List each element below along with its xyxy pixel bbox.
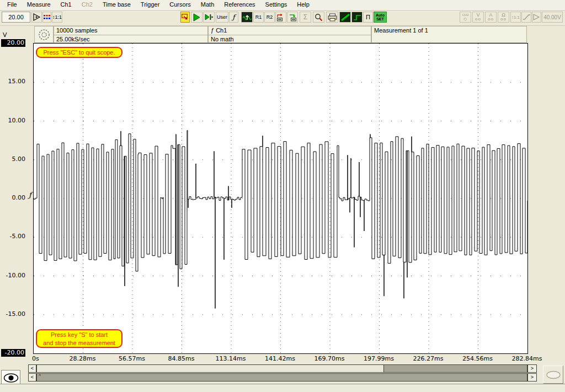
ammeter-icon: Aoo xyxy=(488,13,494,21)
y-axis-tick: 10.00 xyxy=(1,117,25,125)
reference1-button[interactable]: R1 xyxy=(253,12,264,23)
menu-cursors[interactable]: Cursors xyxy=(164,0,196,9)
amplifier-gain-button[interactable] xyxy=(31,12,42,23)
menu-trigger[interactable]: Trigger xyxy=(136,0,164,9)
x-axis-tick: 141.42ms xyxy=(265,355,295,362)
amplifier-disabled-button xyxy=(532,12,541,23)
ratio-disabled-button: ↕1:1 xyxy=(510,12,521,23)
red-blue-dashes-icon xyxy=(44,14,50,20)
ohmmeter-button: Ωoo xyxy=(498,12,509,23)
menu-help[interactable]: Help xyxy=(292,0,315,9)
toolbar: 20.00 ↕1:1 xyxy=(0,10,565,26)
x-axis-tick: 254.56ms xyxy=(462,355,493,362)
channel-colors-button[interactable] xyxy=(42,12,51,23)
single-run-button[interactable] xyxy=(203,12,215,23)
pulse-width-button[interactable]: Π xyxy=(363,12,373,23)
math-mode: No math xyxy=(209,35,371,44)
step-response-button[interactable] xyxy=(351,12,363,23)
store-reference-button[interactable] xyxy=(275,12,286,23)
indicator-button[interactable] xyxy=(543,366,563,384)
trigger-info-panel: ƒ Ch1 No math xyxy=(208,26,371,43)
y-axis-tick: -5.00 xyxy=(1,233,25,240)
autoscale-waveform-button[interactable] xyxy=(241,12,253,23)
y-axis-unit: V xyxy=(3,31,7,39)
x-axis-tick: 28.28ms xyxy=(70,355,96,362)
voltmeter-button: Voo xyxy=(472,12,484,23)
slope-disabled-button xyxy=(521,12,531,23)
ohmmeter-icon: Ωoo xyxy=(500,13,507,21)
voltmeter-icon: Voo xyxy=(475,13,481,21)
menu-measure[interactable]: Measure xyxy=(22,0,56,9)
target-circles-icon xyxy=(38,28,51,41)
ch2-meter-icon: CH2◇ xyxy=(462,13,468,21)
recall-reference-button[interactable] xyxy=(287,12,298,23)
reference2-button[interactable]: R2 xyxy=(264,12,275,23)
hints-toggle-button[interactable] xyxy=(180,12,190,23)
green-step-icon xyxy=(353,14,361,21)
sum-math-button: Σ xyxy=(300,12,311,23)
zoom-button[interactable] xyxy=(313,12,324,23)
function-button[interactable]: ƒ xyxy=(229,12,238,23)
measurement-info-panel: Measurement 1 of 1 xyxy=(371,26,527,43)
slope-icon xyxy=(523,14,530,20)
ch2-meter-button: CH2◇ xyxy=(460,12,471,23)
amplifier-icon xyxy=(33,13,41,21)
waveform-arrow-icon xyxy=(243,13,252,22)
menu-references[interactable]: References xyxy=(219,0,260,9)
position-slider-track[interactable]: ^ xyxy=(36,373,527,382)
position-marker[interactable]: ^ xyxy=(39,373,41,379)
horizontal-scrollbar[interactable] xyxy=(36,364,527,373)
trigger-channel: ƒ Ch1 xyxy=(209,26,371,35)
scale-one-to-one-button[interactable]: ↕1:1 xyxy=(52,12,62,23)
measurement-counter: Measurement 1 of 1 xyxy=(372,26,526,34)
samples-count: 10000 samples xyxy=(54,26,207,35)
x-axis-tick: 56.57ms xyxy=(119,355,145,362)
single-run-icon xyxy=(205,13,214,21)
trigger-level-marker[interactable]: ƒ xyxy=(29,191,31,199)
menu-math[interactable]: Math xyxy=(196,0,219,9)
menu-file[interactable]: File xyxy=(2,0,22,9)
x-axis-tick: 0s xyxy=(32,355,39,362)
x-axis-tick: 226.27ms xyxy=(413,355,444,362)
y-axis-tick: 20.00 xyxy=(1,39,25,47)
menu-ch2: Ch2 xyxy=(77,0,98,9)
menu-settings[interactable]: Settings xyxy=(260,0,292,9)
x-axis-tick: 84.85ms xyxy=(168,355,195,362)
scroll-right-button-bottom[interactable]: > xyxy=(527,373,537,382)
autoset-button[interactable]: AutoSET xyxy=(374,12,387,23)
y-axis-tick: -10.00 xyxy=(1,272,25,280)
hint-line-1: Press key "S" to start xyxy=(37,331,121,339)
magnifier-icon xyxy=(315,13,323,22)
scroll-left-button-top[interactable]: < xyxy=(28,364,36,373)
store-reference-icon xyxy=(276,13,285,22)
persistence-button[interactable] xyxy=(339,12,351,23)
play-icon xyxy=(193,13,201,22)
scrollbar-thumb[interactable] xyxy=(37,365,384,372)
hint-start-measurement: Press key "S" to start and stop the meas… xyxy=(36,329,122,348)
hint-line-2: and stop the measurement xyxy=(37,339,121,347)
sample-rate: 25.00kS/sec xyxy=(54,35,207,44)
print-button[interactable] xyxy=(326,12,338,23)
recall-reference-icon xyxy=(288,13,297,22)
ammeter-button: Aoo xyxy=(485,12,497,23)
y-axis-tick: 5.00 xyxy=(1,155,25,163)
scroll-right-button-top[interactable]: > xyxy=(527,364,537,373)
scroll-left-button-bottom[interactable]: < xyxy=(28,373,36,382)
menu-time-base[interactable]: Time base xyxy=(98,0,136,9)
y-axis-tick: -15.00 xyxy=(1,310,25,318)
acquisition-info-panel: 10000 samples 25.00kS/sec xyxy=(54,26,208,43)
volts-per-division-value[interactable]: 20.00 xyxy=(2,12,30,23)
eye-icon xyxy=(3,373,19,383)
x-axis-tick: 169.70ms xyxy=(315,355,345,362)
probe-indicator-panel xyxy=(34,26,54,43)
menu-ch1[interactable]: Ch1 xyxy=(56,0,77,9)
run-button[interactable] xyxy=(191,12,202,23)
plot-area xyxy=(33,43,528,354)
menu-bar: File Measure Ch1 Ch2 Time base Trigger C… xyxy=(0,0,565,10)
user-settings-button[interactable]: User xyxy=(216,12,228,23)
y-axis-tick: 15.00 xyxy=(1,78,25,85)
y-axis-tick: 0.00 xyxy=(1,194,25,202)
x-axis-tick: 113.14ms xyxy=(216,355,246,362)
waveform-canvas xyxy=(34,44,527,353)
oscilloscope-app-window: File Measure Ch1 Ch2 Time base Trigger C… xyxy=(0,0,565,392)
